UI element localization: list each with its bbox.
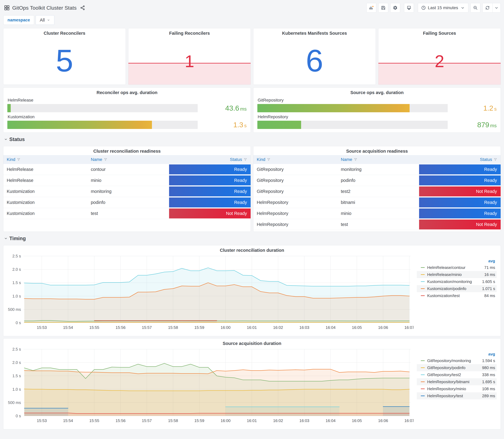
refresh-icon [485,5,490,10]
share-icon[interactable] [80,5,85,10]
column-header-status[interactable]: Status [419,155,501,164]
cell-name: test [337,219,419,230]
filter-funnel-icon[interactable] [104,158,107,161]
time-series-plot[interactable]: 0 s500 ms1.0 s1.5 s2.0 s2.5 s15:5315:541… [4,253,414,332]
plot-area[interactable]: 0 s500 ms1.0 s1.5 s2.0 s2.5 s15:5315:541… [4,253,417,332]
legend-swatch [421,360,425,361]
legend-item[interactable]: HelmRelease/contour71 ms [417,264,497,271]
x-tick-label: 15:57 [142,418,152,423]
x-tick-label: 16:07 [404,418,414,423]
cell-status: Not Ready [419,219,501,230]
bar-gauge-panel: Source ops avg. durationGitRepository1.2… [253,87,501,133]
x-tick-label: 16:06 [378,418,388,423]
time-series-panel: Cluster reconciliation duration0 s500 ms… [3,245,501,336]
cell-kind: HelmRepository [253,219,337,230]
table-header-row: KindNameStatus [253,155,501,164]
panel-title: Source acquisition duration [3,339,501,346]
column-header-kind[interactable]: Kind [253,155,337,164]
legend-series-name: HelmRepository/bitnami [427,379,472,384]
legend-item[interactable]: HelmRepository/bitnami1.695 s [417,378,497,385]
x-tick-label: 16:01 [247,325,257,330]
save-dashboard-button[interactable] [378,3,388,12]
legend-header-avg[interactable]: avg [472,259,495,263]
time-range-label: Last 15 minutes [428,5,458,10]
x-tick-label: 16:00 [221,325,231,330]
table-row: HelmRepositorytestNot Ready [253,219,501,230]
y-tick-label: 1.5 s [12,280,21,285]
bar-gauge-label: Kustomization [8,114,247,119]
section-status[interactable]: Status [4,135,501,143]
legend-item[interactable]: GitRepository/monitoring1.594 s [417,357,497,364]
namespace-filter-value[interactable]: All [36,15,54,25]
column-header-name[interactable]: Name [337,155,419,164]
legend-item[interactable]: GitRepository/test2338 ms [417,371,497,378]
section-title: Timing [9,236,26,241]
panel-title: Failing Reconcilers [128,28,251,36]
zoom-out-button[interactable] [470,3,480,12]
x-tick-label: 15:59 [194,325,204,330]
status-badge: Ready [419,175,501,185]
legend-series-avg: 16 ms [472,272,495,277]
table-row: KustomizationmonitoringReady [3,186,251,197]
refresh-button[interactable] [483,3,492,12]
filter-funnel-icon[interactable] [267,158,270,161]
panel-title: Kubernetes Manifests Sources [253,28,376,36]
status-badge: Not Ready [169,208,251,219]
page-title: GitOps Toolkit Cluster Stats [12,5,77,11]
bar-gauge-number: 1.2 [483,104,493,112]
bar-gauge-value: 43.6ms [198,104,247,112]
legend-swatch [421,375,425,375]
column-header-name[interactable]: Name [87,155,169,164]
cell-kind: HelmRepository [253,208,337,219]
legend-item[interactable]: HelmRepository/minio108 ms [417,385,497,392]
x-tick-label: 15:55 [89,418,99,423]
cell-kind: Kustomization [3,197,87,208]
legend-item[interactable]: Kustomization/monitoring1.605 s [417,278,497,285]
plot-area[interactable]: 0 s500 ms1.0 s1.5 s2.0 s2.5 s15:5315:541… [4,346,417,425]
namespace-filter-label[interactable]: namespace [3,15,34,25]
bar-gauge-fill [257,121,301,129]
column-header-kind[interactable]: Kind [3,155,87,164]
legend-item[interactable]: GitRepository/podinfo980 ms [417,364,497,371]
section-timing[interactable]: Timing [4,234,501,243]
y-tick-label: 1.0 s [12,387,21,391]
stat-panel: Failing Reconcilers1 [128,28,251,85]
time-series-plot[interactable]: 0 s500 ms1.0 s1.5 s2.0 s2.5 s15:5315:541… [4,346,414,425]
legend-header-avg[interactable]: avg [472,352,495,356]
legend-item[interactable]: HelmRelease/minio16 ms [417,271,497,278]
cell-status: Ready [169,164,251,175]
refresh-interval-dropdown[interactable] [492,3,501,12]
table-row: GitRepositorymonitoringReady [253,164,501,175]
x-tick-label: 15:53 [37,418,47,423]
column-header-status[interactable]: Status [169,155,251,164]
filter-funnel-icon[interactable] [244,158,247,161]
bar-gauge-unit: ms [490,123,497,128]
column-header-label: Kind [7,157,15,162]
refresh-button-group[interactable] [482,3,501,12]
legend-header: avg [417,258,497,264]
y-tick-label: 500 ms [8,400,21,405]
cycle-view-button[interactable] [404,3,414,12]
legend-series-avg: 980 ms [472,366,495,370]
bar-gauge-group: HelmRelease43.6ms [7,98,247,112]
dashboard-settings-button[interactable] [390,3,400,12]
legend-item[interactable]: Kustomization/test84 ms [417,292,497,299]
table-row: GitRepositorypodinfoReady [253,175,501,186]
stat-body: 5 [3,36,126,85]
bar-gauge-unit: s [494,106,497,112]
bar-gauge-value: 1.3s [198,121,247,129]
cell-kind: GitRepository [253,164,337,175]
x-tick-label: 16:05 [352,418,362,423]
legend-item[interactable]: Kustomization/podinfo1.071 s [417,285,497,292]
legend-item[interactable]: HelmRepository/test289 ms [417,392,497,399]
filter-funnel-icon[interactable] [17,158,21,161]
filter-funnel-icon[interactable] [354,158,357,161]
cell-status: Ready [419,164,501,175]
cell-kind: GitRepository [253,186,337,197]
legend-swatch [421,381,425,382]
filter-funnel-icon[interactable] [494,158,497,161]
bar-gauge-line: 43.6ms [7,104,247,112]
add-panel-button[interactable] [367,3,376,12]
panel-title: Cluster Reconcilers [3,28,126,36]
time-range-picker[interactable]: Last 15 minutes [418,3,468,12]
